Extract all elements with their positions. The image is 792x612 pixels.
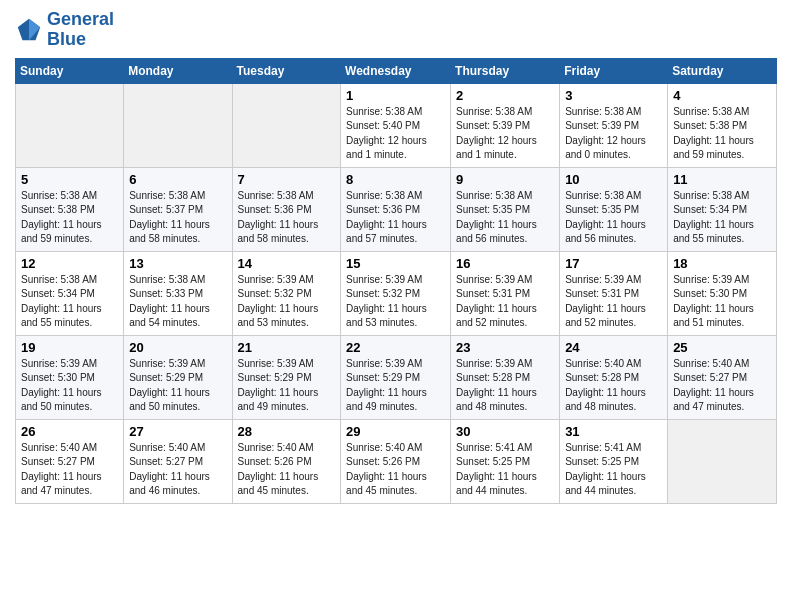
day-number: 4: [673, 88, 771, 103]
day-number: 5: [21, 172, 118, 187]
logo: General Blue: [15, 10, 114, 50]
day-number: 25: [673, 340, 771, 355]
header-cell-monday: Monday: [124, 58, 232, 83]
day-info: Sunrise: 5:39 AM Sunset: 5:29 PM Dayligh…: [346, 357, 445, 415]
page-header: General Blue: [15, 10, 777, 50]
day-info: Sunrise: 5:38 AM Sunset: 5:39 PM Dayligh…: [456, 105, 554, 163]
day-info: Sunrise: 5:39 AM Sunset: 5:32 PM Dayligh…: [238, 273, 336, 331]
calendar-cell: [232, 83, 341, 167]
day-info: Sunrise: 5:39 AM Sunset: 5:28 PM Dayligh…: [456, 357, 554, 415]
calendar-cell: 23Sunrise: 5:39 AM Sunset: 5:28 PM Dayli…: [451, 335, 560, 419]
day-info: Sunrise: 5:38 AM Sunset: 5:38 PM Dayligh…: [21, 189, 118, 247]
day-info: Sunrise: 5:38 AM Sunset: 5:40 PM Dayligh…: [346, 105, 445, 163]
calendar-cell: 11Sunrise: 5:38 AM Sunset: 5:34 PM Dayli…: [668, 167, 777, 251]
calendar-cell: 29Sunrise: 5:40 AM Sunset: 5:26 PM Dayli…: [341, 419, 451, 503]
day-number: 17: [565, 256, 662, 271]
calendar-cell: 22Sunrise: 5:39 AM Sunset: 5:29 PM Dayli…: [341, 335, 451, 419]
calendar-body: 1Sunrise: 5:38 AM Sunset: 5:40 PM Daylig…: [16, 83, 777, 503]
day-info: Sunrise: 5:40 AM Sunset: 5:27 PM Dayligh…: [21, 441, 118, 499]
day-info: Sunrise: 5:38 AM Sunset: 5:34 PM Dayligh…: [673, 189, 771, 247]
calendar-cell: 21Sunrise: 5:39 AM Sunset: 5:29 PM Dayli…: [232, 335, 341, 419]
day-info: Sunrise: 5:38 AM Sunset: 5:34 PM Dayligh…: [21, 273, 118, 331]
day-info: Sunrise: 5:38 AM Sunset: 5:33 PM Dayligh…: [129, 273, 226, 331]
day-number: 11: [673, 172, 771, 187]
day-info: Sunrise: 5:40 AM Sunset: 5:28 PM Dayligh…: [565, 357, 662, 415]
calendar-cell: 1Sunrise: 5:38 AM Sunset: 5:40 PM Daylig…: [341, 83, 451, 167]
calendar-cell: 14Sunrise: 5:39 AM Sunset: 5:32 PM Dayli…: [232, 251, 341, 335]
day-number: 23: [456, 340, 554, 355]
calendar-cell: 28Sunrise: 5:40 AM Sunset: 5:26 PM Dayli…: [232, 419, 341, 503]
calendar-cell: 25Sunrise: 5:40 AM Sunset: 5:27 PM Dayli…: [668, 335, 777, 419]
day-number: 21: [238, 340, 336, 355]
day-number: 2: [456, 88, 554, 103]
day-info: Sunrise: 5:38 AM Sunset: 5:38 PM Dayligh…: [673, 105, 771, 163]
calendar-cell: [124, 83, 232, 167]
calendar-cell: 4Sunrise: 5:38 AM Sunset: 5:38 PM Daylig…: [668, 83, 777, 167]
calendar-cell: [16, 83, 124, 167]
day-info: Sunrise: 5:40 AM Sunset: 5:27 PM Dayligh…: [673, 357, 771, 415]
day-info: Sunrise: 5:39 AM Sunset: 5:31 PM Dayligh…: [565, 273, 662, 331]
calendar-cell: 16Sunrise: 5:39 AM Sunset: 5:31 PM Dayli…: [451, 251, 560, 335]
header-row: SundayMondayTuesdayWednesdayThursdayFrid…: [16, 58, 777, 83]
header-cell-tuesday: Tuesday: [232, 58, 341, 83]
calendar-header: SundayMondayTuesdayWednesdayThursdayFrid…: [16, 58, 777, 83]
day-info: Sunrise: 5:38 AM Sunset: 5:35 PM Dayligh…: [565, 189, 662, 247]
day-info: Sunrise: 5:41 AM Sunset: 5:25 PM Dayligh…: [565, 441, 662, 499]
day-info: Sunrise: 5:39 AM Sunset: 5:29 PM Dayligh…: [238, 357, 336, 415]
day-number: 7: [238, 172, 336, 187]
day-number: 30: [456, 424, 554, 439]
day-number: 9: [456, 172, 554, 187]
calendar-cell: 2Sunrise: 5:38 AM Sunset: 5:39 PM Daylig…: [451, 83, 560, 167]
day-info: Sunrise: 5:39 AM Sunset: 5:29 PM Dayligh…: [129, 357, 226, 415]
calendar-table: SundayMondayTuesdayWednesdayThursdayFrid…: [15, 58, 777, 504]
calendar-cell: 3Sunrise: 5:38 AM Sunset: 5:39 PM Daylig…: [560, 83, 668, 167]
day-info: Sunrise: 5:40 AM Sunset: 5:26 PM Dayligh…: [238, 441, 336, 499]
calendar-cell: 30Sunrise: 5:41 AM Sunset: 5:25 PM Dayli…: [451, 419, 560, 503]
header-cell-wednesday: Wednesday: [341, 58, 451, 83]
day-info: Sunrise: 5:38 AM Sunset: 5:37 PM Dayligh…: [129, 189, 226, 247]
day-number: 22: [346, 340, 445, 355]
day-info: Sunrise: 5:40 AM Sunset: 5:27 PM Dayligh…: [129, 441, 226, 499]
day-number: 8: [346, 172, 445, 187]
day-number: 3: [565, 88, 662, 103]
day-info: Sunrise: 5:38 AM Sunset: 5:36 PM Dayligh…: [238, 189, 336, 247]
day-number: 10: [565, 172, 662, 187]
day-info: Sunrise: 5:39 AM Sunset: 5:30 PM Dayligh…: [21, 357, 118, 415]
calendar-cell: 6Sunrise: 5:38 AM Sunset: 5:37 PM Daylig…: [124, 167, 232, 251]
calendar-cell: 8Sunrise: 5:38 AM Sunset: 5:36 PM Daylig…: [341, 167, 451, 251]
day-number: 1: [346, 88, 445, 103]
calendar-cell: 5Sunrise: 5:38 AM Sunset: 5:38 PM Daylig…: [16, 167, 124, 251]
calendar-cell: 31Sunrise: 5:41 AM Sunset: 5:25 PM Dayli…: [560, 419, 668, 503]
day-number: 20: [129, 340, 226, 355]
calendar-cell: 12Sunrise: 5:38 AM Sunset: 5:34 PM Dayli…: [16, 251, 124, 335]
day-info: Sunrise: 5:39 AM Sunset: 5:32 PM Dayligh…: [346, 273, 445, 331]
header-cell-sunday: Sunday: [16, 58, 124, 83]
day-number: 24: [565, 340, 662, 355]
day-number: 12: [21, 256, 118, 271]
logo-icon: [15, 16, 43, 44]
day-number: 18: [673, 256, 771, 271]
calendar-cell: 7Sunrise: 5:38 AM Sunset: 5:36 PM Daylig…: [232, 167, 341, 251]
calendar-cell: 15Sunrise: 5:39 AM Sunset: 5:32 PM Dayli…: [341, 251, 451, 335]
day-number: 16: [456, 256, 554, 271]
calendar-cell: 9Sunrise: 5:38 AM Sunset: 5:35 PM Daylig…: [451, 167, 560, 251]
day-info: Sunrise: 5:38 AM Sunset: 5:36 PM Dayligh…: [346, 189, 445, 247]
calendar-cell: [668, 419, 777, 503]
calendar-week-4: 19Sunrise: 5:39 AM Sunset: 5:30 PM Dayli…: [16, 335, 777, 419]
calendar-week-1: 1Sunrise: 5:38 AM Sunset: 5:40 PM Daylig…: [16, 83, 777, 167]
calendar-cell: 18Sunrise: 5:39 AM Sunset: 5:30 PM Dayli…: [668, 251, 777, 335]
calendar-week-2: 5Sunrise: 5:38 AM Sunset: 5:38 PM Daylig…: [16, 167, 777, 251]
header-cell-thursday: Thursday: [451, 58, 560, 83]
day-number: 26: [21, 424, 118, 439]
calendar-cell: 13Sunrise: 5:38 AM Sunset: 5:33 PM Dayli…: [124, 251, 232, 335]
calendar-week-5: 26Sunrise: 5:40 AM Sunset: 5:27 PM Dayli…: [16, 419, 777, 503]
day-info: Sunrise: 5:38 AM Sunset: 5:35 PM Dayligh…: [456, 189, 554, 247]
day-number: 31: [565, 424, 662, 439]
calendar-cell: 19Sunrise: 5:39 AM Sunset: 5:30 PM Dayli…: [16, 335, 124, 419]
day-info: Sunrise: 5:39 AM Sunset: 5:31 PM Dayligh…: [456, 273, 554, 331]
day-number: 27: [129, 424, 226, 439]
calendar-week-3: 12Sunrise: 5:38 AM Sunset: 5:34 PM Dayli…: [16, 251, 777, 335]
day-info: Sunrise: 5:41 AM Sunset: 5:25 PM Dayligh…: [456, 441, 554, 499]
calendar-cell: 27Sunrise: 5:40 AM Sunset: 5:27 PM Dayli…: [124, 419, 232, 503]
day-number: 13: [129, 256, 226, 271]
